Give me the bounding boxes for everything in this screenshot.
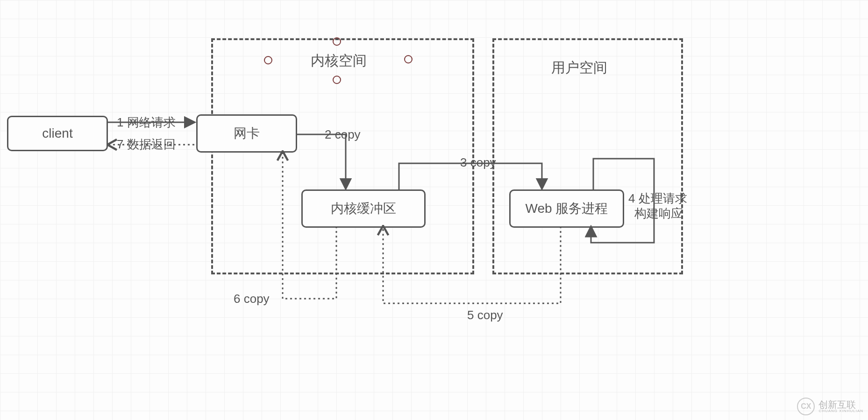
watermark-logo-icon: CX [797,398,815,415]
watermark-sub: CHUANG XINHULIAN [818,409,863,413]
watermark: CX 创新互联 CHUANG XINHULIAN [797,398,863,415]
connectors-svg [0,0,868,420]
watermark-brand: 创新互联 [818,400,863,409]
